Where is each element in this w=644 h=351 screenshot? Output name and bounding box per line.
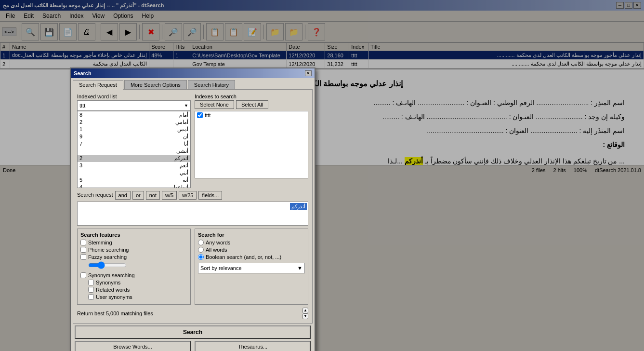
word-item[interactable]: أمام8 bbox=[78, 111, 190, 119]
word-listbox[interactable]: أمام8 أمامي2 أمس1 أن9 أنا7 أنشى أنذركم2 … bbox=[77, 111, 191, 175]
index-checkbox-tttt[interactable] bbox=[197, 112, 203, 118]
word-item[interactable]: أنعم3 bbox=[78, 162, 190, 169]
top-row: Indexed word list tttt ▼ أمام8 أمامي2 أم… bbox=[77, 94, 308, 175]
word-item[interactable]: أنا7 bbox=[78, 140, 190, 148]
indexes-buttons: Select None Select All bbox=[195, 100, 308, 109]
modal-overlay: Search ✕ Search Request More Search Opti… bbox=[0, 0, 644, 175]
combo-arrow-icon: ▼ bbox=[184, 103, 188, 108]
indexed-word-label: Indexed word list bbox=[77, 94, 191, 99]
word-item[interactable]: أن9 bbox=[78, 133, 190, 140]
indexes-label: Indexes to search bbox=[195, 94, 308, 99]
dialog-title-bar: Search ✕ bbox=[71, 68, 315, 78]
tab-search-request[interactable]: Search Request bbox=[73, 80, 123, 90]
word-item[interactable]: أمامي2 bbox=[78, 119, 190, 126]
select-none-button[interactable]: Select None bbox=[195, 100, 234, 109]
indexes-section: Indexes to search Select None Select All… bbox=[195, 94, 308, 175]
search-dialog: Search ✕ Search Request More Search Opti… bbox=[70, 68, 315, 175]
word-item[interactable]: أنشى bbox=[78, 148, 190, 155]
word-item[interactable]: أمس1 bbox=[78, 126, 190, 133]
word-item-selected[interactable]: أنذركم2 bbox=[78, 155, 190, 162]
index-listbox: tttt bbox=[195, 111, 308, 175]
tab-bar: Search Request More Search Options Searc… bbox=[71, 78, 315, 89]
select-all-button[interactable]: Select All bbox=[236, 100, 268, 109]
dialog-close-button[interactable]: ✕ bbox=[305, 70, 312, 76]
index-item[interactable]: tttt bbox=[195, 111, 308, 119]
word-list-combo[interactable]: tttt ▼ bbox=[77, 100, 191, 111]
word-list-value: tttt bbox=[79, 103, 85, 108]
tab-search-history[interactable]: Search History bbox=[188, 80, 235, 89]
indexed-word-section: Indexed word list tttt ▼ أمام8 أمامي2 أم… bbox=[77, 94, 191, 175]
tab-more-options[interactable]: More Search Options bbox=[124, 80, 187, 89]
dialog-main-content: Indexed word list tttt ▼ أمام8 أمامي2 أم… bbox=[73, 89, 313, 175]
index-name-tttt: tttt bbox=[205, 112, 210, 118]
word-item[interactable]: أنني bbox=[78, 169, 190, 175]
dialog-title: Search bbox=[74, 70, 92, 76]
